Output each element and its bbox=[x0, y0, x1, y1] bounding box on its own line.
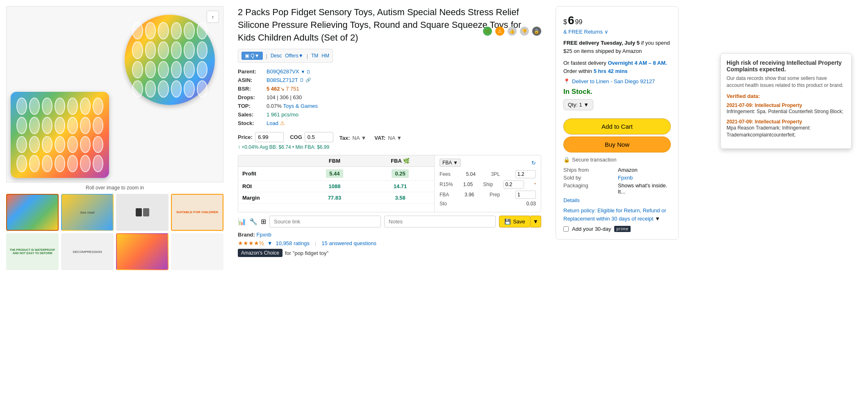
asin-copy-icon[interactable]: 🗋 🔗 bbox=[300, 77, 311, 83]
table-row: Margin 77.83 3.58 bbox=[238, 192, 434, 204]
stock-load[interactable]: Load bbox=[267, 120, 278, 126]
ships-from-grid: Ships from Amazon Sold by Fpxnb Packagin… bbox=[563, 167, 671, 195]
top-percent: 0.07% bbox=[267, 103, 282, 109]
three-pl-label: 3PL bbox=[491, 171, 500, 177]
sto-label: Sto bbox=[440, 201, 447, 207]
qty-row: Qty: 1 ▼ bbox=[563, 99, 671, 110]
prep-input[interactable] bbox=[515, 191, 536, 199]
free-returns-link[interactable]: & FREE Returns ∨ bbox=[563, 29, 608, 35]
prime-badge: prime bbox=[614, 226, 631, 232]
save-button[interactable]: 💾 Save bbox=[499, 216, 531, 227]
price-dollar-sign: $ bbox=[563, 18, 567, 26]
table-row: ROI 1088 14.71 bbox=[238, 181, 434, 192]
add-30-checkbox[interactable] bbox=[563, 226, 569, 232]
location-text[interactable]: Deliver to Linen - San Diego 92127 bbox=[572, 78, 655, 84]
thumbnail-2[interactable]: Size chart bbox=[61, 194, 114, 231]
fees-value: 5.04 bbox=[466, 171, 476, 177]
ratings-dropdown[interactable]: ▼ bbox=[267, 240, 273, 246]
return-policy: Return policy: Eligible for Return, Refu… bbox=[563, 207, 671, 223]
price-cents: 99 bbox=[575, 18, 582, 26]
fees-row: Fees 5.04 3PL bbox=[440, 170, 536, 178]
ip-title: High risk of receiving Intellectual Prop… bbox=[727, 59, 845, 73]
add-30-label: Add your 30-day bbox=[572, 226, 611, 232]
asin-link[interactable]: B08SLZ712T bbox=[267, 77, 298, 83]
tax-dropdown[interactable]: NA ▼ bbox=[353, 135, 367, 141]
toolbar-desc[interactable]: Desc bbox=[271, 53, 282, 59]
fees-label: Fees bbox=[440, 171, 451, 177]
lock-icon[interactable]: 🔒 bbox=[532, 27, 541, 36]
fastest-label: Or fastest delivery bbox=[563, 60, 606, 66]
thumbnail-1[interactable] bbox=[6, 194, 59, 231]
thumbnail-row-2: THE PRODUCT IS WATERPROOF AND NOT EASY T… bbox=[6, 233, 223, 270]
source-notes-row: 📊 🔧 ⊞ 💾 Save ▼ bbox=[238, 216, 541, 227]
save-dropdown-button[interactable]: ▼ bbox=[531, 216, 541, 227]
details-link[interactable]: Details bbox=[563, 197, 671, 203]
add-to-cart-button[interactable]: Add to Cart bbox=[563, 118, 671, 134]
sold-by-value[interactable]: Fpxnb bbox=[618, 175, 671, 181]
top-category-link[interactable]: Toys & Games bbox=[283, 103, 318, 109]
toolbar-tm[interactable]: TM bbox=[311, 53, 318, 59]
wrench-icon[interactable]: 🔧 bbox=[249, 218, 257, 225]
profit-table-section: FBM FBA 🌿 Profit 5.44 0.25 ROI 1088 bbox=[238, 155, 541, 212]
thumbnail-6[interactable]: DECOMPRESSION bbox=[61, 233, 114, 270]
thumb-down-icon[interactable]: 👎 bbox=[520, 27, 529, 36]
parent-asin-link[interactable]: B09Q6287VX bbox=[267, 68, 299, 75]
icon-bar: 🌿 ⚠ 👍 👎 🔒 bbox=[483, 27, 541, 36]
packaging-label: Packaging bbox=[563, 182, 616, 195]
time-remaining: 5 hrs 42 mins bbox=[594, 68, 628, 74]
sales-value: 1 961 pcs/mo bbox=[267, 111, 298, 118]
fastest-delivery: Or fastest delivery Overnight 4 AM – 8 A… bbox=[563, 59, 671, 75]
location-row[interactable]: 📍 Deliver to Linen - San Diego 92127 bbox=[563, 78, 671, 84]
save-icon: 💾 bbox=[504, 218, 511, 225]
r15-value: 1.05 bbox=[463, 182, 473, 187]
return-policy-text[interactable]: Return policy: Eligible for Return, Refu… bbox=[563, 207, 666, 222]
parent-copy-icon[interactable]: ▼ 🗋 bbox=[301, 69, 311, 74]
product-section: 2 Packs Pop Fidget Sensory Toys, Autism … bbox=[230, 0, 549, 414]
toolbar-hm[interactable]: HM bbox=[321, 53, 329, 59]
thumbnail-5[interactable]: THE PRODUCT IS WATERPROOF AND NOT EASY T… bbox=[6, 233, 59, 270]
notes-input[interactable] bbox=[384, 216, 496, 227]
price-group: Price: bbox=[238, 132, 284, 142]
cog-group: COG bbox=[290, 132, 333, 142]
brand-link[interactable]: Fpxnb bbox=[257, 232, 271, 238]
ship-input[interactable] bbox=[503, 180, 524, 189]
grid-icon[interactable]: ⊞ bbox=[261, 218, 266, 225]
cog-input[interactable] bbox=[305, 132, 333, 142]
thumbnail-8[interactable] bbox=[171, 233, 223, 270]
price-input[interactable] bbox=[255, 132, 284, 142]
packaging-value: Shows what's inside. It... bbox=[618, 182, 671, 195]
thumbnail-4[interactable]: SUITABLE FOR CHILDREN bbox=[171, 194, 223, 231]
warning-icon[interactable]: ⚠ bbox=[495, 27, 504, 36]
sold-by-label: Sold by bbox=[563, 175, 616, 181]
answered-questions[interactable]: 15 answered questions bbox=[321, 240, 376, 246]
bsr-arrow: ↘ 7 751 bbox=[280, 86, 299, 92]
three-pl-input[interactable] bbox=[515, 170, 536, 178]
thumbnail-3[interactable] bbox=[116, 194, 169, 231]
profit-table: FBM FBA 🌿 Profit 5.44 0.25 ROI 1088 bbox=[238, 155, 434, 204]
secure-transaction: 🔒 Secure transaction bbox=[563, 157, 671, 163]
return-chevron[interactable]: ▼ bbox=[655, 216, 660, 222]
source-input[interactable] bbox=[269, 216, 381, 227]
roi-label: ROI bbox=[238, 181, 303, 192]
delivery-date: Tuesday, July 5 bbox=[601, 40, 641, 46]
vat-dropdown[interactable]: NA ▼ bbox=[388, 135, 402, 141]
tax-vat-row: Tax: NA ▼ VAT: NA ▼ bbox=[339, 135, 402, 141]
qty-selector[interactable]: Qty: 1 ▼ bbox=[563, 99, 593, 110]
thumbnail-7[interactable] bbox=[116, 233, 169, 270]
chart-icon[interactable]: 📊 bbox=[238, 218, 246, 225]
sto-row: Sto 0.03 bbox=[440, 201, 536, 207]
roi-fba: 14.71 bbox=[366, 181, 434, 192]
toolbar-offers[interactable]: Offers▼ bbox=[285, 53, 303, 59]
star-rating[interactable]: ★★★★½ bbox=[238, 240, 264, 246]
thumb-up-icon[interactable]: 👍 bbox=[508, 27, 517, 36]
add-30-day-row: Add your 30-day prime bbox=[563, 226, 671, 232]
fastest-time: Overnight 4 AM – 8 AM. bbox=[608, 60, 667, 66]
leaf-icon[interactable]: 🌿 bbox=[483, 27, 492, 36]
amazon-choice-badge: Amazon's Choice bbox=[238, 249, 282, 257]
fba-dropdown[interactable]: FBA ▼ bbox=[440, 159, 461, 167]
ip-tooltip: High risk of receiving Intellectual Prop… bbox=[720, 53, 852, 149]
refresh-icon[interactable]: ↻ bbox=[531, 160, 536, 166]
ratings-count[interactable]: 10,958 ratings bbox=[276, 240, 310, 246]
toolbar-main-btn[interactable]: ▣ Q▼ bbox=[241, 52, 263, 60]
buy-now-button[interactable]: Buy Now bbox=[563, 136, 671, 152]
